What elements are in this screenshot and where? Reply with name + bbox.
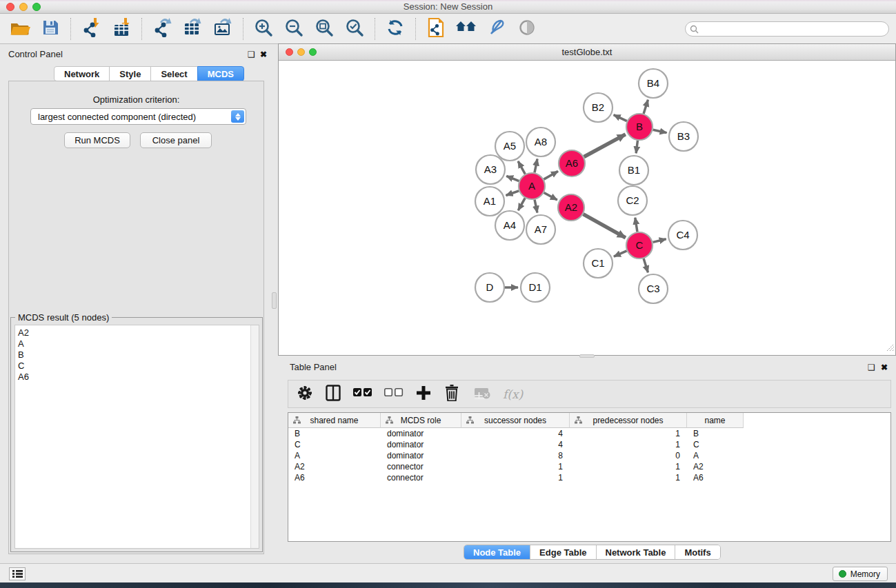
table-cell[interactable]: C <box>288 439 381 450</box>
graph-node-A4[interactable]: A4 <box>495 211 524 240</box>
eye-button[interactable] <box>517 19 537 39</box>
control-panel-float-icon[interactable]: ❑ <box>248 50 255 59</box>
table-cell[interactable]: 1 <box>570 472 687 483</box>
table-cell[interactable]: A2 <box>288 461 381 472</box>
table-row[interactable]: Bdominator41B <box>288 428 890 439</box>
edge-A-A1[interactable] <box>506 191 519 196</box>
column-header-MCDS-role[interactable]: MCDS role <box>381 413 461 428</box>
graph-node-A7[interactable]: A7 <box>526 215 555 244</box>
table-cell[interactable]: A <box>687 450 744 461</box>
tab-style[interactable]: Style <box>109 66 151 81</box>
network-canvas[interactable]: B4B2BB3B1A5A8A6A3AA1A2C2A4A7C4CC1C3DD1 <box>279 61 895 355</box>
network-minimize-icon[interactable] <box>297 48 305 56</box>
zoom-fit-button[interactable] <box>314 19 335 39</box>
edge-C-C4[interactable] <box>653 239 666 243</box>
add-column-button[interactable] <box>415 385 432 404</box>
edge-A6-B[interactable] <box>584 134 626 157</box>
table-panel-float-icon[interactable]: ❑ <box>868 363 875 372</box>
column-header-shared-name[interactable]: shared name <box>288 413 381 428</box>
function-builder-button[interactable]: f(x) <box>503 385 523 404</box>
network-file-button[interactable] <box>426 19 446 39</box>
graph-node-B1[interactable]: B1 <box>619 156 648 185</box>
task-history-button[interactable] <box>9 567 26 580</box>
edge-A-A4[interactable] <box>518 198 525 210</box>
select-all-button[interactable] <box>353 385 372 404</box>
mcds-result-item[interactable]: C <box>18 361 259 372</box>
graph-node-B[interactable]: B <box>626 114 653 140</box>
table-panel-close-icon[interactable]: ✖ <box>881 363 888 372</box>
table-row[interactable]: A6connector11A6 <box>288 472 890 483</box>
graph-node-A5[interactable]: A5 <box>495 132 524 161</box>
edge-B-B1[interactable] <box>636 141 637 153</box>
column-header-successor-nodes[interactable]: successor nodes <box>461 413 570 428</box>
table-cell[interactable]: 4 <box>461 428 570 439</box>
edge-A-A7[interactable] <box>535 200 537 213</box>
mcds-result-item[interactable]: A2 <box>18 327 259 338</box>
column-header-predecessor-nodes[interactable]: predecessor nodes <box>570 413 687 428</box>
list-scrollbar[interactable] <box>250 325 259 548</box>
edge-C-C2[interactable] <box>635 218 637 232</box>
graph-node-C[interactable]: C <box>626 232 653 258</box>
graph-node-A3[interactable]: A3 <box>476 155 505 184</box>
import-network-button[interactable] <box>81 19 101 39</box>
graph-node-C3[interactable]: C3 <box>639 274 668 303</box>
graph-node-C4[interactable]: C4 <box>668 221 697 250</box>
export-table-button[interactable] <box>182 19 203 39</box>
split-pane-divider-handle[interactable] <box>272 292 277 309</box>
run-mcds-button[interactable]: Run MCDS <box>64 132 130 148</box>
deselect-all-button[interactable] <box>384 385 404 404</box>
table-row[interactable]: Cdominator41C <box>288 439 890 450</box>
table-cell[interactable]: 1 <box>570 439 687 450</box>
graph-node-D1[interactable]: D1 <box>521 273 550 302</box>
gear-button[interactable] <box>297 385 313 404</box>
edge-B-B4[interactable] <box>644 100 648 114</box>
tab-network-table[interactable]: Network Table <box>597 545 676 559</box>
table-cell[interactable]: 1 <box>461 461 570 472</box>
edge-A-A5[interactable] <box>518 161 525 174</box>
mcds-result-item[interactable]: A6 <box>18 372 259 383</box>
export-image-button[interactable] <box>212 19 233 39</box>
graph-node-B2[interactable]: B2 <box>584 93 613 122</box>
minimize-window-icon[interactable] <box>19 3 28 11</box>
table-cell[interactable]: 1 <box>570 461 687 472</box>
network-window-titlebar[interactable]: testGlobe.txt <box>279 44 895 61</box>
edge-B-B3[interactable] <box>653 130 667 132</box>
table-cell[interactable]: 4 <box>461 439 570 450</box>
zoom-in-button[interactable] <box>253 19 274 39</box>
tab-motifs[interactable]: Motifs <box>675 545 719 559</box>
graph-node-B4[interactable]: B4 <box>639 69 668 98</box>
graph-node-A[interactable]: A <box>519 173 545 199</box>
control-panel-close-icon[interactable]: ✖ <box>260 50 267 59</box>
tab-mcds[interactable]: MCDS <box>197 66 244 81</box>
edge-A-A3[interactable] <box>506 176 519 181</box>
horizontal-divider-handle[interactable] <box>579 354 595 358</box>
columns-button[interactable] <box>325 385 341 404</box>
network-close-icon[interactable] <box>286 48 293 56</box>
column-header-name[interactable]: name <box>687 413 744 428</box>
cybrowser-home-button[interactable] <box>456 19 477 39</box>
table-row[interactable]: A2connector11A2 <box>288 461 890 472</box>
edge-A-A6[interactable] <box>544 171 558 179</box>
graph-node-C2[interactable]: C2 <box>618 186 647 215</box>
graph-node-B3[interactable]: B3 <box>669 122 698 151</box>
table-cell[interactable]: dominator <box>381 450 461 461</box>
table-cell[interactable]: A6 <box>288 472 381 483</box>
tab-select[interactable]: Select <box>150 66 197 81</box>
close-panel-button[interactable]: Close panel <box>140 132 212 148</box>
import-table-button[interactable] <box>111 19 132 39</box>
table-cell[interactable]: A6 <box>687 472 744 483</box>
edge-A-A2[interactable] <box>544 193 557 200</box>
mcds-result-item[interactable]: A <box>18 338 259 349</box>
edge-A2-C[interactable] <box>583 214 625 238</box>
edge-C-C3[interactable] <box>644 258 648 272</box>
maximize-window-icon[interactable] <box>32 3 41 11</box>
table-cell[interactable]: B <box>687 428 744 439</box>
table-cell[interactable]: connector <box>381 461 461 472</box>
table-cell[interactable]: A <box>288 450 381 461</box>
table-cell[interactable]: dominator <box>381 428 461 439</box>
edge-C-C1[interactable] <box>614 251 627 256</box>
table-cell[interactable]: A2 <box>687 461 744 472</box>
delete-table-button[interactable] <box>472 385 491 404</box>
save-session-button[interactable] <box>40 19 61 39</box>
table-cell[interactable]: B <box>288 428 381 439</box>
